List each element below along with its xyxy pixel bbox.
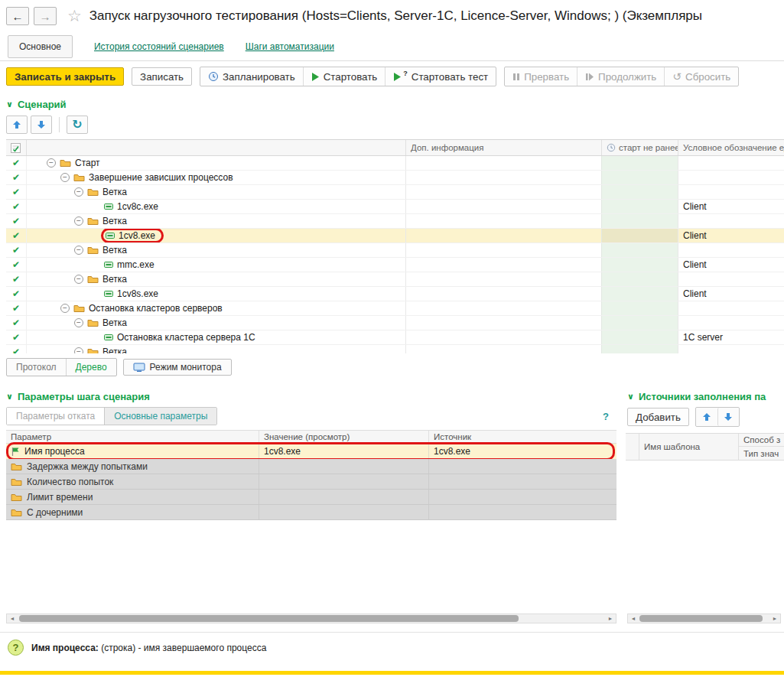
- tree-row[interactable]: ✔−Ветка: [6, 185, 784, 200]
- back-button[interactable]: ←: [6, 7, 29, 25]
- source-down-button[interactable]: [717, 408, 739, 426]
- header-method-column[interactable]: Способ з: [739, 434, 784, 447]
- scroll-right-icon[interactable]: ►: [605, 616, 616, 621]
- scrollbar-track[interactable]: [639, 615, 769, 622]
- link-automation-steps[interactable]: Шаги автоматизации: [246, 41, 334, 52]
- start-button[interactable]: Стартовать: [303, 67, 385, 86]
- sources-horizontal-scrollbar[interactable]: ◄ ►: [627, 614, 781, 623]
- resume-button[interactable]: Продолжить: [577, 67, 664, 86]
- header-type-column[interactable]: Тип знач: [739, 447, 784, 460]
- save-button[interactable]: Записать: [132, 67, 192, 86]
- scrollbar-thumb[interactable]: [639, 615, 763, 622]
- header-value-column[interactable]: Значение (просмотр): [259, 431, 428, 443]
- folder-icon: [87, 246, 99, 255]
- param-row[interactable]: Имя процесса1cv8.exe1cv8.exe: [6, 444, 616, 459]
- row-checkbox[interactable]: ✔: [6, 185, 26, 199]
- tab-protocol[interactable]: Протокол: [7, 359, 66, 376]
- tree-row[interactable]: ✔mmc.exeClient: [6, 258, 784, 272]
- tree-row[interactable]: ✔−Ветка: [6, 243, 784, 258]
- row-checkbox[interactable]: ✔: [6, 171, 26, 184]
- row-checkbox[interactable]: ✔: [6, 200, 26, 213]
- row-checkbox[interactable]: ✔: [6, 287, 26, 301]
- save-and-close-button[interactable]: Записать и закрыть: [6, 67, 124, 86]
- row-checkbox[interactable]: ✔: [6, 156, 26, 170]
- tab-tree[interactable]: Дерево: [66, 359, 116, 376]
- scrollbar-track[interactable]: [18, 615, 605, 622]
- collapse-icon[interactable]: −: [74, 216, 83, 226]
- header-tree-column[interactable]: [26, 140, 405, 155]
- tab-main-params[interactable]: Основные параметры: [104, 408, 216, 425]
- scroll-left-icon[interactable]: ◄: [628, 616, 639, 621]
- header-dop-column[interactable]: Доп. информация: [405, 140, 601, 155]
- row-checkbox[interactable]: ✔: [6, 272, 26, 286]
- param-row[interactable]: Задержка между попытками: [6, 459, 616, 474]
- header-template-column[interactable]: Имя шаблона: [639, 434, 739, 460]
- tree-item-label: 1cv8s.exe: [117, 288, 158, 299]
- add-source-button[interactable]: Добавить: [627, 408, 689, 426]
- sources-section-header[interactable]: ∨ Источники заполнения па: [627, 389, 784, 404]
- collapse-icon[interactable]: −: [74, 318, 83, 327]
- collapse-icon[interactable]: −: [74, 246, 83, 255]
- params-horizontal-scrollbar[interactable]: ◄ ►: [6, 614, 616, 623]
- start-test-button[interactable]: ? Стартовать тест: [385, 67, 496, 86]
- param-row[interactable]: С дочерними: [6, 505, 616, 520]
- header-source-column[interactable]: Источник: [428, 431, 616, 443]
- collapse-icon[interactable]: −: [74, 187, 83, 197]
- row-checkbox[interactable]: ✔: [6, 345, 26, 353]
- param-row[interactable]: Количество попыток: [6, 474, 616, 490]
- tree-row[interactable]: ✔1cv8s.exeClient: [6, 287, 784, 301]
- collapse-icon[interactable]: −: [74, 275, 83, 284]
- header-cond-column[interactable]: Условное обозначение ед: [678, 140, 784, 155]
- collapse-icon[interactable]: −: [60, 304, 70, 313]
- header-param-column[interactable]: Параметр: [6, 431, 259, 443]
- tree-row[interactable]: ✔−Старт: [6, 156, 784, 171]
- row-checkbox[interactable]: ✔: [6, 301, 26, 315]
- header-checkbox-column[interactable]: [6, 140, 26, 155]
- params-section-header[interactable]: ∨ Параметры шага сценария: [6, 389, 616, 404]
- tab-main[interactable]: Основное: [8, 35, 73, 58]
- scroll-right-icon[interactable]: ►: [769, 616, 780, 621]
- help-link[interactable]: ?: [603, 411, 609, 422]
- row-checkbox[interactable]: ✔: [6, 229, 26, 242]
- interrupt-button[interactable]: Прервать: [505, 67, 577, 86]
- monitor-mode-button[interactable]: Режим монитора: [123, 359, 232, 376]
- schedule-button[interactable]: Запланировать: [200, 67, 303, 86]
- row-checkbox[interactable]: ✔: [6, 258, 26, 272]
- checkbox-checked-icon: ✔: [12, 173, 20, 182]
- scenario-section-header[interactable]: ∨ Сценарий: [6, 96, 784, 112]
- forward-button[interactable]: →: [34, 7, 57, 25]
- reset-button[interactable]: ↺ Сбросить: [664, 67, 738, 86]
- link-scenario-history[interactable]: История состояний сценариев: [94, 41, 224, 52]
- param-row[interactable]: Лимит времени: [6, 490, 616, 505]
- tree-item: Ветка: [87, 317, 127, 329]
- source-up-button[interactable]: [696, 408, 717, 426]
- tab-rollback-params[interactable]: Параметры отката: [7, 408, 104, 425]
- tree-row[interactable]: ✔1cv8.exeClient: [6, 229, 784, 243]
- tree-row[interactable]: ✔−Остановка кластеров серверов: [6, 301, 784, 316]
- save-label: Записать: [140, 71, 184, 83]
- collapse-icon[interactable]: −: [74, 347, 83, 353]
- refresh-button[interactable]: ↻: [67, 116, 88, 134]
- scroll-left-icon[interactable]: ◄: [7, 616, 18, 621]
- row-checkbox[interactable]: ✔: [6, 214, 26, 228]
- row-checkbox[interactable]: ✔: [6, 243, 26, 257]
- tree-row[interactable]: ✔−Ветка: [6, 345, 784, 353]
- tree-row[interactable]: ✔−Ветка: [6, 272, 784, 287]
- move-up-button[interactable]: [6, 116, 28, 134]
- chevron-down-icon: ∨: [6, 99, 13, 109]
- tree-row[interactable]: ✔−Ветка: [6, 316, 784, 330]
- collapse-icon[interactable]: −: [60, 173, 70, 182]
- tree-row[interactable]: ✔−Завершение зависших процессов: [6, 171, 784, 185]
- tree-row[interactable]: ✔1cv8c.exeClient: [6, 200, 784, 214]
- row-checkbox[interactable]: ✔: [6, 330, 26, 344]
- header-start-column[interactable]: старт не ранее...: [601, 140, 678, 155]
- scrollbar-thumb[interactable]: [19, 615, 519, 622]
- collapse-icon[interactable]: −: [47, 158, 56, 168]
- move-down-button[interactable]: [31, 116, 52, 134]
- param-source-cell: [428, 490, 616, 504]
- tree-row[interactable]: ✔−Ветка: [6, 214, 784, 229]
- favorite-star-icon[interactable]: ☆: [67, 7, 82, 25]
- dop-info-cell: [405, 258, 601, 272]
- row-checkbox[interactable]: ✔: [6, 316, 26, 330]
- tree-row[interactable]: ✔Остановка кластера сервера 1С1C server: [6, 330, 784, 345]
